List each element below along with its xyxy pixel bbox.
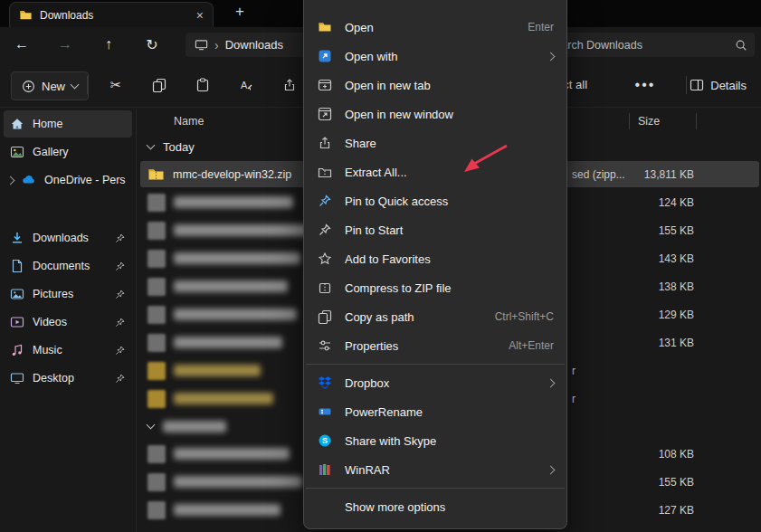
file-type: sed (zipp...	[572, 168, 625, 181]
paste-button[interactable]	[181, 71, 224, 99]
menu-item-open[interactable]: Open Enter	[304, 13, 566, 42]
redacted-file-name	[174, 196, 293, 208]
search-icon	[735, 39, 747, 52]
menu-item-add-to-favorites[interactable]: Add to Favorites	[304, 244, 566, 273]
sidebar-item-gallery[interactable]: Gallery	[4, 138, 132, 166]
ellipsis-icon: •••	[635, 77, 656, 93]
menu-item-share-with-skype[interactable]: S Share with Skype	[304, 426, 566, 455]
group-label: Today	[163, 140, 195, 154]
menu-item-label: Share	[345, 137, 554, 150]
paste-icon	[195, 78, 210, 92]
file-thumbnail	[147, 222, 166, 240]
refresh-button[interactable]: ↻	[139, 33, 165, 56]
menu-item-label: Add to Favorites	[345, 252, 554, 266]
tab-close-icon[interactable]: ×	[196, 9, 204, 22]
file-thumbnail	[147, 473, 166, 491]
details-pane-icon	[690, 78, 704, 92]
breadcrumb[interactable]: Downloads	[225, 38, 283, 52]
menu-item-label: Show more options	[345, 500, 554, 514]
menu-item-label: Compress to ZIP file	[345, 281, 554, 295]
dropbox-icon	[317, 375, 333, 390]
up-button[interactable]: ↑	[96, 33, 121, 56]
menu-item-dropbox[interactable]: Dropbox	[304, 368, 566, 397]
back-button[interactable]: ←	[9, 33, 34, 56]
column-header-size[interactable]: Size	[638, 115, 660, 128]
rename-button[interactable]: A	[224, 71, 268, 99]
menu-item-show-more-options[interactable]: Show more options	[304, 492, 566, 521]
menu-item-powerrename[interactable]: PowerRename	[304, 397, 566, 426]
column-header-name[interactable]: Name	[140, 115, 204, 128]
file-size: 13,811 KB	[625, 168, 694, 181]
sidebar-item-pictures[interactable]: Pictures	[4, 280, 132, 308]
pin-icon	[114, 345, 126, 356]
share-icon	[282, 78, 297, 92]
chevron-down-icon	[71, 81, 80, 90]
menu-item-open-in-new-tab[interactable]: Open in new tab	[304, 71, 566, 100]
pictures-icon	[10, 287, 24, 301]
new-tab-button[interactable]: +	[235, 4, 244, 19]
svg-text:S: S	[322, 436, 328, 445]
menu-item-properties[interactable]: Properties Alt+Enter	[304, 331, 566, 360]
open-folder-icon	[317, 20, 333, 34]
properties-icon	[317, 338, 333, 353]
menu-item-pin-to-start[interactable]: Pin to Start	[304, 215, 566, 244]
search-box[interactable]: Search Downloads	[540, 33, 755, 57]
file-thumbnail	[147, 250, 166, 268]
collapse-chevron-icon[interactable]	[147, 421, 156, 430]
menu-item-winrar[interactable]: WinRAR	[304, 455, 566, 484]
column-divider[interactable]	[696, 113, 697, 129]
breadcrumb-chevron-icon: ›	[214, 38, 219, 52]
redacted-file-name	[174, 393, 273, 404]
sidebar-item-home[interactable]: Home	[4, 110, 132, 138]
sidebar-item-desktop[interactable]: Desktop	[4, 365, 132, 392]
pin-icon	[114, 373, 126, 385]
menu-item-label: Properties	[345, 339, 497, 353]
file-size: 155 KB	[625, 224, 694, 237]
sidebar-item-label: Pictures	[33, 288, 106, 300]
menu-item-open-with[interactable]: Open with	[304, 42, 566, 71]
sidebar-item-onedrive[interactable]: OneDrive - Pers	[4, 166, 132, 194]
sidebar-item-music[interactable]: Music	[4, 337, 132, 364]
menu-item-label: Share with Skype	[345, 434, 554, 448]
search-input[interactable]: Search Downloads	[547, 39, 735, 52]
see-more-button[interactable]: •••	[630, 71, 661, 99]
file-size: 124 KB	[625, 196, 694, 209]
menu-item-open-in-new-window[interactable]: Open in new window	[304, 100, 566, 128]
menu-item-label: Pin to Start	[345, 223, 554, 237]
new-button[interactable]: New	[11, 71, 89, 100]
sidebar-item-videos[interactable]: Videos	[4, 309, 132, 336]
file-size: 143 KB	[625, 252, 694, 265]
expand-chevron-icon[interactable]	[6, 176, 15, 185]
file-size: 129 KB	[625, 309, 694, 321]
sidebar-item-downloads[interactable]: Downloads	[4, 224, 132, 252]
copy-path-icon	[317, 309, 333, 324]
toolbar-divider	[87, 76, 88, 94]
copy-button[interactable]	[138, 71, 181, 99]
redacted-file-name	[174, 224, 308, 236]
videos-icon	[10, 315, 24, 329]
submenu-chevron-icon	[547, 465, 556, 474]
copy-icon	[152, 78, 166, 92]
sidebar-item-documents[interactable]: Documents	[4, 252, 132, 280]
collapse-chevron-icon[interactable]	[147, 141, 156, 150]
details-button[interactable]: Details	[680, 71, 756, 99]
menu-item-compress-to-zip[interactable]: Compress to ZIP file	[304, 273, 566, 302]
menu-item-shortcut: Alt+Enter	[509, 339, 554, 352]
menu-item-copy-as-path[interactable]: Copy as path Ctrl+Shift+C	[304, 302, 566, 331]
menu-item-label: Open in new tab	[345, 79, 554, 92]
menu-item-share[interactable]: Share	[304, 128, 566, 157]
cut-button[interactable]: ✂	[94, 71, 138, 99]
redacted-file-name	[174, 280, 288, 292]
menu-item-extract-all[interactable]: Extract All...	[304, 157, 566, 186]
menu-separator	[306, 488, 565, 489]
menu-item-shortcut: Ctrl+Shift+C	[495, 310, 554, 323]
forward-button[interactable]: →	[52, 33, 78, 56]
column-divider[interactable]	[629, 113, 630, 129]
explorer-tab-downloads[interactable]: Downloads ×	[9, 2, 214, 27]
menu-item-pin-to-quick-access[interactable]: Pin to Quick access	[304, 186, 566, 215]
menu-item-label: WinRAR	[345, 463, 536, 477]
folder-icon	[19, 8, 33, 22]
folder-thumbnail	[147, 362, 166, 380]
pane-divider[interactable]	[136, 109, 137, 532]
monitor-icon	[195, 38, 208, 52]
